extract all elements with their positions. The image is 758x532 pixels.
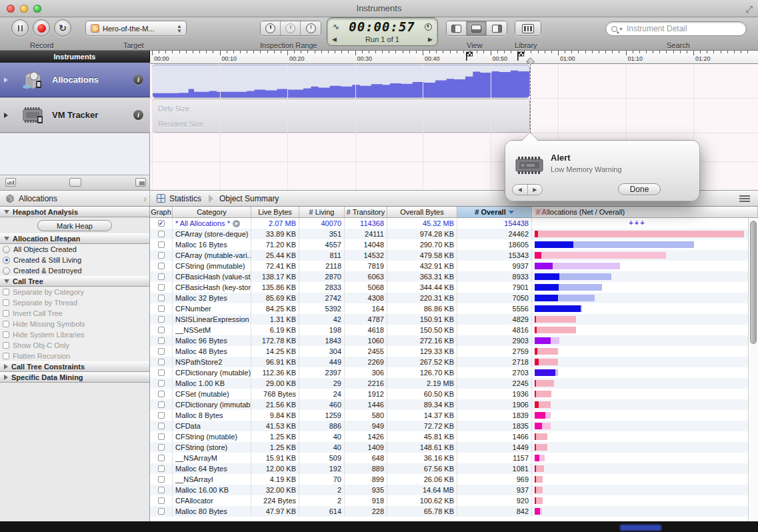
column-header-live-bytes[interactable]: Live Bytes	[251, 207, 299, 217]
disclosure-right-icon[interactable]	[4, 364, 8, 369]
graph-checkbox[interactable]	[158, 252, 165, 259]
table-row[interactable]: CFDictionary (immutable)21.56 KB46014468…	[150, 399, 758, 410]
graph-checkbox[interactable]	[158, 327, 165, 333]
checkbox[interactable]	[3, 299, 9, 306]
loop-button[interactable]: ↻	[54, 19, 71, 37]
checkbox[interactable]	[3, 353, 9, 359]
table-row[interactable]: Malloc 64 Bytes12.00 KB19288967.56 KB108…	[150, 463, 758, 474]
focus-arrow-icon[interactable]: ➤	[233, 220, 240, 227]
graph-checkbox[interactable]	[158, 263, 165, 269]
table-row[interactable]: Malloc 1.00 KB29.00 KB2922162.19 MB2245	[150, 378, 758, 389]
table-row[interactable]: ✓* All Allocations *➤2.07 MB400701143684…	[150, 218, 758, 229]
graph-checkbox[interactable]	[158, 391, 165, 397]
sidebar-section-header[interactable]: Allocation Lifespan	[0, 233, 149, 244]
warning-flag-icon[interactable]	[465, 51, 474, 62]
graph-checkbox[interactable]	[158, 508, 165, 515]
menu-icon[interactable]	[739, 195, 750, 202]
allocations-track[interactable]	[152, 65, 530, 98]
graph-checkbox[interactable]	[158, 476, 165, 483]
radio-button[interactable]	[3, 246, 10, 253]
graph-checkbox[interactable]	[158, 465, 165, 472]
column-header-graph[interactable]: Graph	[150, 207, 173, 217]
table-row[interactable]: NSISLinearExpression1.31 KB424787150.91 …	[150, 314, 758, 325]
info-button[interactable]: i	[133, 75, 143, 85]
timeline-ruler[interactable]: 00:0000:1000:2000:3000:4000:5001:0001:10…	[150, 51, 758, 64]
breadcrumb-statistics[interactable]: Statistics	[169, 194, 201, 203]
search-input[interactable]: ▼ Instrument Detail	[605, 21, 747, 36]
disclosure-right-icon[interactable]	[4, 375, 8, 380]
column-header-overall-bytes[interactable]: Overall Bytes	[387, 207, 457, 217]
info-button[interactable]: i	[133, 110, 143, 120]
disclosure-down-icon[interactable]	[4, 237, 9, 241]
view-right-pane-button[interactable]	[487, 21, 507, 35]
graph-checkbox[interactable]	[158, 273, 165, 280]
column-header-transitory[interactable]: # Transitory	[345, 207, 387, 217]
table-row[interactable]: Malloc 32 Bytes85.69 KB27424308220.31 KB…	[150, 293, 758, 303]
table-row[interactable]: CFString (store)1.25 KB401409148.61 KB14…	[150, 442, 758, 453]
graph-checkbox[interactable]	[158, 444, 165, 451]
inspection-end-button[interactable]	[301, 21, 321, 35]
run-previous-arrow[interactable]: ◀	[327, 36, 341, 43]
graph-checkbox[interactable]	[158, 401, 165, 408]
split-pane-icon[interactable]	[135, 178, 146, 187]
detail-pane-header[interactable]: Allocations ›	[0, 191, 150, 206]
table-row[interactable]: CFData41.53 KB88694972.72 KB1835	[150, 421, 758, 431]
sidebar-section-header[interactable]: Call Tree	[0, 276, 149, 287]
radio-button[interactable]	[3, 257, 10, 264]
pause-button[interactable]	[11, 19, 29, 37]
table-row[interactable]: CFString (immutable)72.41 KB21187819432.…	[150, 261, 758, 271]
table-row[interactable]: CFString (mutable)1.25 KB40142645.81 KB1…	[150, 431, 758, 442]
table-row[interactable]: CFArray (mutable-vari...25.44 KB81114532…	[150, 250, 758, 261]
table-row[interactable]: NSPathStore296.91 KB4492269267.52 KB2718	[150, 357, 758, 367]
table-row[interactable]: CFArray (store-deque)33.89 KB35124111974…	[150, 229, 758, 239]
chart-view-icon[interactable]	[5, 178, 16, 187]
vm-tracker-track[interactable]: Dirty Size Resident Size	[152, 99, 530, 133]
table-row[interactable]: CFNumber84.25 KB539216486.86 KB5556	[150, 303, 758, 314]
disclosure-down-icon[interactable]	[4, 210, 9, 214]
disclosure-triangle-icon[interactable]	[4, 113, 8, 118]
stopwatch-icon[interactable]	[425, 23, 432, 31]
view-bottom-pane-button[interactable]	[467, 21, 487, 35]
sidebar-section-header[interactable]: Heapshot Analysis	[0, 207, 149, 217]
call-tree-option[interactable]: Separate by Category	[0, 287, 149, 297]
column-header-allocations-net-overall[interactable]: # Allocations (Net / Overall)	[532, 207, 758, 217]
disclosure-down-icon[interactable]	[4, 279, 9, 283]
done-button[interactable]: Done	[618, 183, 661, 195]
instrument-row-vm-tracker[interactable]: VM Tracker i	[0, 98, 150, 133]
checkbox[interactable]	[3, 289, 9, 295]
table-row[interactable]: CFSet (mutable)768 Bytes24191260.50 KB19…	[150, 389, 758, 399]
graph-checkbox[interactable]	[158, 412, 165, 419]
checkbox[interactable]	[3, 331, 9, 338]
graph-checkbox[interactable]	[158, 380, 165, 387]
target-popup[interactable]: Hero-of-the-M... ▲▼	[85, 21, 187, 36]
graph-checkbox[interactable]	[158, 316, 165, 323]
lifespan-radio-option[interactable]: Created & Still Living	[0, 255, 149, 265]
graph-checkbox[interactable]	[158, 433, 165, 440]
table-row[interactable]: Malloc 96 Bytes172.78 KB18431060272.16 K…	[150, 335, 758, 346]
breadcrumb-object-summary[interactable]: Object Summary	[219, 194, 279, 203]
mark-heap-button[interactable]: Mark Heap	[37, 220, 112, 231]
collapse-pane-icon[interactable]	[69, 178, 81, 187]
column-header-category[interactable]: Category	[173, 207, 251, 217]
disclosure-triangle-icon[interactable]	[4, 77, 8, 83]
table-row[interactable]: __NSArrayM15.91 KB50964836.16 KB1157	[150, 453, 758, 463]
library-button[interactable]	[515, 21, 541, 36]
column-header-living[interactable]: # Living	[299, 207, 345, 217]
instrument-row-allocations[interactable]: Allocations i	[0, 63, 150, 97]
checkbox[interactable]	[3, 321, 9, 327]
table-row[interactable]: Malloc 8 Bytes9.84 KB125958014.37 KB1839	[150, 410, 758, 421]
sidebar-section-header[interactable]: Specific Data Mining	[0, 372, 149, 383]
graph-checkbox[interactable]	[158, 241, 165, 248]
table-row[interactable]: __NSArrayI4.19 KB7089926.06 KB969	[150, 474, 758, 485]
radio-button[interactable]	[3, 267, 10, 275]
graph-checkbox[interactable]	[158, 284, 165, 291]
fullscreen-icon[interactable]: ⤢	[746, 4, 753, 15]
table-row[interactable]: Malloc 16 Bytes71.20 KB455714048290.70 K…	[150, 239, 758, 250]
table-row[interactable]: CFBasicHash (key-store)135.86 KB28335068…	[150, 282, 758, 293]
call-tree-option[interactable]: Invert Call Tree	[0, 308, 149, 319]
graph-checkbox[interactable]	[158, 423, 165, 429]
table-row[interactable]: Malloc 16.00 KB32.00 KB293514.64 MB937	[150, 485, 758, 495]
previous-alert-button[interactable]: ◀	[513, 185, 528, 195]
call-tree-option[interactable]: Separate by Thread	[0, 297, 149, 308]
warning-flag-icon[interactable]	[516, 51, 525, 62]
